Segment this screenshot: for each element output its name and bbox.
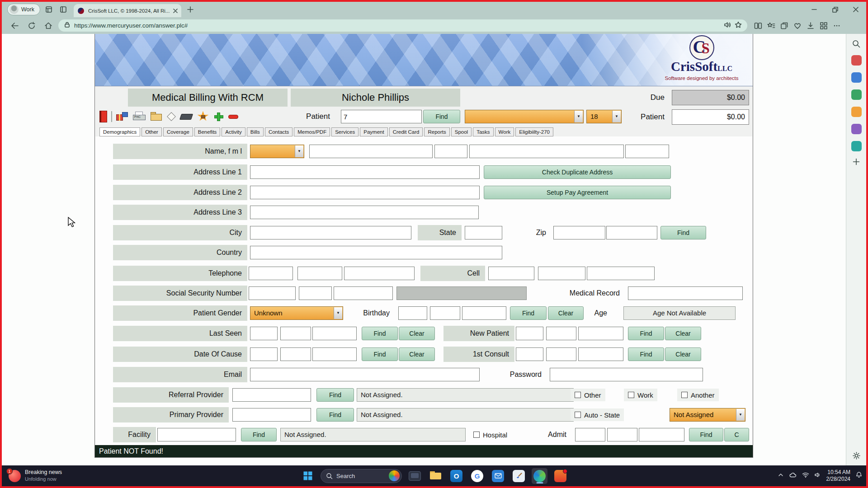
ssn-part2-input[interactable] — [299, 286, 332, 300]
new-patient-clear-button[interactable]: Clear — [665, 327, 701, 340]
last-seen-year-input[interactable] — [312, 327, 357, 340]
browser-profile-button[interactable]: Work — [7, 4, 40, 15]
tab-contacts[interactable]: Contacts — [265, 127, 292, 136]
downloads-icon[interactable] — [807, 22, 815, 30]
hospital-checkbox[interactable] — [473, 432, 480, 438]
date-of-cause-year-input[interactable] — [312, 347, 357, 361]
birthday-year-input[interactable] — [462, 306, 506, 320]
phone-line-input[interactable] — [344, 267, 415, 280]
tab-services[interactable]: Services — [331, 127, 359, 136]
facility-input[interactable] — [157, 428, 236, 441]
work-checkbox[interactable] — [628, 392, 634, 398]
collections-icon[interactable] — [780, 22, 788, 30]
ssn-part3-input[interactable] — [334, 286, 393, 300]
tab-benefits[interactable]: Benefits — [194, 127, 221, 136]
gifts-icon[interactable] — [116, 111, 129, 122]
first-name-input[interactable] — [309, 145, 433, 158]
settings-more-icon[interactable] — [833, 22, 841, 30]
minimize-button[interactable] — [804, 2, 825, 17]
mail-app-icon[interactable] — [490, 468, 506, 484]
medical-record-input[interactable] — [628, 286, 743, 300]
referral-provider-input[interactable] — [232, 388, 311, 402]
tab-coverage[interactable]: Coverage — [163, 127, 193, 136]
patient-find-button[interactable]: Find — [423, 110, 460, 123]
name-prefix-select[interactable]: ▼ — [250, 145, 304, 158]
browser-essentials-icon[interactable] — [793, 22, 802, 30]
birthday-find-button[interactable]: Find — [510, 306, 547, 320]
date-of-cause-day-input[interactable] — [280, 347, 311, 361]
zip-find-button[interactable]: Find — [660, 226, 706, 239]
tray-chevron-icon[interactable] — [778, 472, 784, 480]
restore-button[interactable] — [825, 2, 845, 17]
zip-plus4-input[interactable] — [606, 226, 657, 239]
paint-app-icon[interactable] — [511, 468, 527, 484]
tab-demographics[interactable]: Demographics — [99, 127, 140, 136]
patient-search-input[interactable] — [341, 110, 422, 123]
google-icon[interactable]: G — [469, 468, 485, 484]
split-screen-icon[interactable] — [754, 22, 762, 30]
name-suffix-input[interactable] — [625, 145, 669, 158]
workspaces-icon[interactable] — [43, 4, 55, 15]
tab-reports[interactable]: Reports — [424, 127, 449, 136]
other-checkbox[interactable] — [575, 392, 581, 398]
back-icon[interactable] — [8, 19, 22, 33]
birthday-day-input[interactable] — [430, 306, 460, 320]
sidebar-shopping-icon[interactable] — [851, 107, 862, 117]
sidebar-copilot-icon[interactable] — [851, 72, 862, 83]
primary-provider-input[interactable] — [232, 408, 311, 422]
diamond-icon[interactable] — [166, 112, 176, 122]
cell-line-input[interactable] — [587, 267, 655, 280]
sidebar-settings-icon[interactable] — [852, 451, 861, 460]
zip-input[interactable] — [553, 226, 605, 239]
date-of-cause-find-button[interactable]: Find — [362, 347, 398, 361]
phone-area-input[interactable] — [249, 267, 293, 280]
date-of-cause-clear-button[interactable]: Clear — [399, 347, 435, 361]
new-patient-month-input[interactable] — [516, 327, 543, 340]
ssn-part1-input[interactable] — [249, 286, 296, 300]
volume-icon[interactable] — [814, 472, 821, 480]
notification-app-icon[interactable] — [552, 468, 568, 484]
admit-day-input[interactable] — [607, 428, 637, 441]
print-icon[interactable]: PrtC — [133, 111, 146, 122]
last-seen-clear-button[interactable]: Clear — [399, 327, 435, 340]
notification-bell-icon[interactable] — [855, 471, 863, 480]
email-input[interactable] — [250, 368, 480, 381]
extensions-icon[interactable] — [820, 22, 828, 30]
check-duplicate-address-button[interactable]: Check Duplicate Address — [484, 165, 671, 179]
outlook-icon[interactable]: O — [448, 468, 464, 484]
tab-work[interactable]: Work — [495, 127, 514, 136]
patient-list-select[interactable]: ▼ — [465, 110, 584, 123]
first-consult-day-input[interactable] — [546, 347, 576, 361]
another-checkbox[interactable] — [681, 392, 688, 398]
browser-tab[interactable]: CrisSoft LLC, © 1998-2024, All Ri... — [74, 4, 181, 17]
country-input[interactable] — [250, 246, 502, 259]
folder-icon[interactable] — [151, 112, 162, 122]
taskbar-search[interactable]: Search — [321, 469, 402, 483]
last-seen-find-button[interactable]: Find — [362, 327, 398, 340]
tab-payment[interactable]: Payment — [360, 127, 387, 136]
last-seen-month-input[interactable] — [250, 327, 278, 340]
cell-prefix-input[interactable] — [538, 267, 585, 280]
tab-activity[interactable]: Activity — [222, 127, 245, 136]
tab-tasks[interactable]: Tasks — [473, 127, 493, 136]
gender-select[interactable]: Unknown▼ — [250, 306, 343, 320]
home-icon[interactable] — [42, 19, 55, 33]
first-consult-find-button[interactable]: Find — [628, 347, 664, 361]
favorite-star-icon[interactable] — [735, 21, 742, 30]
wifi-icon[interactable] — [802, 472, 809, 480]
new-patient-day-input[interactable] — [546, 327, 576, 340]
tab-other[interactable]: Other — [142, 127, 162, 136]
middle-name-input[interactable] — [434, 145, 467, 158]
cell-area-input[interactable] — [488, 267, 534, 280]
facility-find-button[interactable]: Find — [241, 428, 277, 441]
sidebar-excel-icon[interactable] — [851, 89, 862, 100]
screen-capture-app-icon[interactable] — [407, 468, 423, 484]
birthday-clear-button[interactable]: Clear — [548, 306, 584, 320]
exit-icon[interactable] — [99, 111, 107, 122]
sidebar-skype-icon[interactable] — [851, 141, 862, 151]
tab-eligibility-270[interactable]: Eligibiilty-270 — [515, 127, 553, 136]
add-icon[interactable] — [213, 111, 224, 122]
read-aloud-icon[interactable] — [724, 21, 731, 30]
address-bar[interactable]: https://www.mercuryuser.com/answer.plc# — [58, 19, 747, 32]
first-consult-month-input[interactable] — [516, 347, 543, 361]
